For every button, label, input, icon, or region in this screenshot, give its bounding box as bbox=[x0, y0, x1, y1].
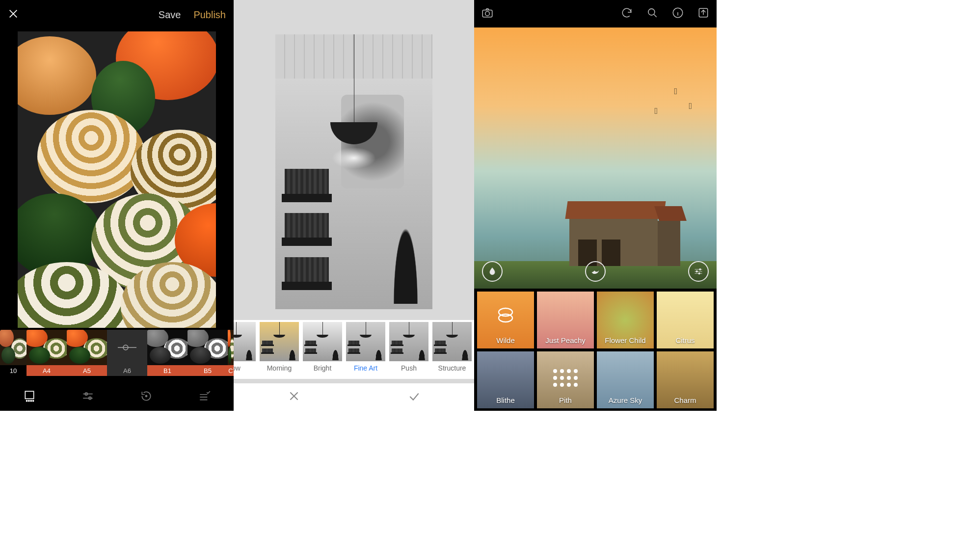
preset-label: C bbox=[228, 365, 234, 376]
adjust-button[interactable] bbox=[688, 261, 709, 282]
vsco-preset-strip[interactable]: 10 A4 A5 A6 B1 B5 C bbox=[0, 330, 234, 376]
vsco-editor-panel: Save Publish 10 A4 A5 A6 B1 bbox=[0, 0, 234, 411]
close-icon bbox=[288, 390, 300, 402]
texture-pith[interactable]: Pith bbox=[537, 351, 594, 408]
texture-justpeachy[interactable]: Just Peachy bbox=[537, 292, 594, 348]
look-structure[interactable]: Structure bbox=[431, 322, 473, 379]
adjust-tab[interactable] bbox=[81, 390, 94, 405]
svg-point-6 bbox=[32, 400, 33, 401]
sliders-icon bbox=[81, 390, 94, 402]
texture-label: Blithe bbox=[477, 396, 534, 404]
texture-charm[interactable]: Charm bbox=[657, 351, 714, 408]
formula-button[interactable] bbox=[585, 261, 606, 282]
texture-label: Charm bbox=[657, 396, 714, 404]
texture-label: Flower Child bbox=[597, 336, 654, 345]
texture-label: Citrus bbox=[657, 336, 714, 345]
look-label: Bright bbox=[301, 364, 344, 372]
dots-icon bbox=[553, 369, 578, 387]
bird-icon bbox=[590, 267, 600, 276]
preset-label: A5 bbox=[67, 365, 107, 376]
barn-illustration bbox=[569, 197, 682, 266]
snapseed-looks-strip[interactable]: ow Morning Bright Fine Art Push bbox=[234, 320, 474, 379]
preset-B1[interactable]: B1 bbox=[147, 330, 187, 376]
search-icon bbox=[646, 6, 659, 19]
recipes-icon bbox=[198, 390, 211, 402]
mextures-texture-grid[interactable]: WildeJust PeachyFlower ChildCitrusBlithe… bbox=[474, 289, 717, 408]
texture-azuresky[interactable]: Azure Sky bbox=[597, 351, 654, 408]
close-button[interactable] bbox=[8, 8, 19, 22]
publish-button[interactable]: Publish bbox=[193, 9, 226, 21]
mextures-panel: 𓅮 𓅮 𓅮 WildeJust PeachyFlower ChildCitrus… bbox=[474, 0, 717, 411]
cancel-button[interactable] bbox=[288, 390, 300, 405]
presets-tab[interactable] bbox=[23, 390, 36, 405]
apply-button[interactable] bbox=[408, 390, 421, 405]
preset-label: 10 bbox=[0, 365, 27, 376]
snapseed-image-canvas[interactable] bbox=[275, 34, 432, 309]
preset-10[interactable]: 10 bbox=[0, 330, 27, 376]
look-prev[interactable]: ow bbox=[234, 322, 257, 379]
mextures-image-canvas[interactable]: 𓅮 𓅮 𓅮 bbox=[474, 27, 717, 289]
adjust-icon bbox=[694, 267, 703, 276]
texture-label: Just Peachy bbox=[537, 336, 594, 345]
svg-point-12 bbox=[648, 8, 655, 15]
preset-A4[interactable]: A4 bbox=[27, 330, 67, 376]
preset-Cnext[interactable]: C bbox=[228, 330, 234, 376]
history-icon bbox=[140, 390, 153, 402]
bird-silhouette: 𓅮 bbox=[654, 106, 658, 116]
svg-point-9 bbox=[145, 395, 147, 397]
info-icon bbox=[671, 6, 684, 19]
look-label: Fine Art bbox=[345, 364, 387, 372]
look-label: Push bbox=[388, 364, 430, 372]
export-button[interactable] bbox=[697, 6, 710, 22]
look-morning[interactable]: Morning bbox=[258, 322, 300, 379]
rings-icon bbox=[495, 304, 516, 328]
snapseed-looks-panel: ow Morning Bright Fine Art Push bbox=[234, 0, 474, 411]
camera-button[interactable] bbox=[481, 6, 494, 22]
save-button[interactable]: Save bbox=[159, 9, 181, 21]
svg-point-17 bbox=[698, 273, 700, 274]
look-label: Morning bbox=[258, 364, 300, 372]
texture-flowerchild[interactable]: Flower Child bbox=[597, 292, 654, 348]
vsco-bottom-toolbar bbox=[0, 383, 234, 411]
undo-icon bbox=[620, 6, 633, 19]
svg-point-19 bbox=[499, 314, 512, 322]
history-tab[interactable] bbox=[140, 390, 153, 405]
svg-point-3 bbox=[26, 400, 27, 401]
texture-citrus[interactable]: Citrus bbox=[657, 292, 714, 348]
search-button[interactable] bbox=[646, 6, 659, 22]
svg-point-4 bbox=[28, 400, 29, 401]
look-fineart[interactable]: Fine Art bbox=[345, 322, 387, 379]
drop-icon bbox=[487, 267, 497, 276]
camera-icon bbox=[481, 6, 494, 19]
svg-rect-2 bbox=[25, 391, 33, 399]
export-icon bbox=[697, 6, 710, 19]
mextures-top-bar bbox=[474, 0, 717, 27]
preset-A5[interactable]: A5 bbox=[67, 330, 107, 376]
look-bright[interactable]: Bright bbox=[301, 322, 344, 379]
preset-label: A6 bbox=[107, 365, 147, 376]
close-icon bbox=[8, 8, 19, 19]
look-push[interactable]: Push bbox=[388, 322, 430, 379]
check-icon bbox=[408, 390, 421, 402]
vsco-top-bar: Save Publish bbox=[0, 0, 234, 29]
snapseed-bottom-bar bbox=[234, 383, 474, 411]
preset-A6[interactable]: A6 bbox=[107, 330, 147, 376]
preset-label: B1 bbox=[147, 365, 187, 376]
vsco-image-canvas[interactable] bbox=[18, 31, 216, 328]
bird-silhouette: 𓅮 bbox=[689, 101, 692, 111]
look-label: Structure bbox=[431, 364, 473, 372]
svg-point-15 bbox=[699, 268, 701, 270]
preset-label: B5 bbox=[187, 365, 228, 376]
texture-wilde[interactable]: Wilde bbox=[477, 292, 534, 348]
svg-point-16 bbox=[696, 270, 697, 272]
undo-button[interactable] bbox=[620, 6, 633, 22]
svg-point-5 bbox=[30, 400, 31, 401]
info-button[interactable] bbox=[671, 6, 684, 22]
texture-blithe[interactable]: Blithe bbox=[477, 351, 534, 408]
svg-point-11 bbox=[485, 11, 490, 16]
preset-B5[interactable]: B5 bbox=[187, 330, 228, 376]
recipes-tab[interactable] bbox=[198, 390, 211, 405]
preset-label: A4 bbox=[27, 365, 67, 376]
blend-button[interactable] bbox=[482, 261, 503, 282]
texture-label: Pith bbox=[537, 396, 594, 404]
